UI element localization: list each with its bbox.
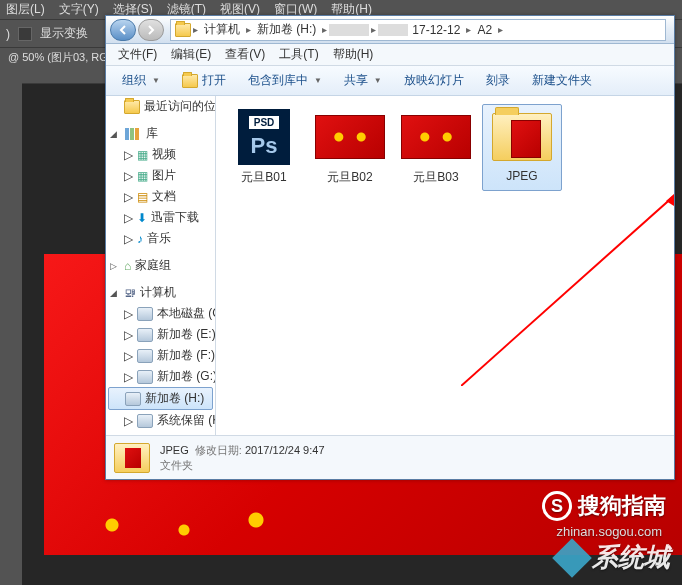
tree-drive-c[interactable]: ▷本地磁盘 (C:)	[106, 303, 215, 324]
breadcrumb-item[interactable]: 新加卷 (H:)	[253, 21, 320, 38]
menu-file[interactable]: 文件(F)	[112, 44, 163, 65]
breadcrumb-item[interactable]: A2	[473, 23, 496, 37]
explorer-toolbar: 组织▼ 打开 包含到库中▼ 共享▼ 放映幻灯片 刻录 新建文件夹	[106, 66, 674, 96]
file-label: JPEG	[504, 169, 539, 183]
toolbar-newfolder[interactable]: 新建文件夹	[522, 69, 602, 92]
watermark-xtc: 系统城	[558, 540, 670, 575]
tree-documents[interactable]: ▷▤文档	[106, 186, 215, 207]
explorer-titlebar[interactable]: ▸ 计算机▸ 新加卷 (H:)▸ ▸ 17-12-12▸ A2▸	[106, 16, 674, 44]
recent-icon	[124, 100, 140, 114]
arrow-right-icon	[145, 24, 157, 36]
file-item-psd[interactable]: PSDPs 元旦B01	[224, 104, 304, 191]
explorer-statusbar: JPEG 修改日期: 2017/12/24 9:47 文件夹	[106, 435, 674, 479]
ps-menu-item[interactable]: 图层(L)	[6, 1, 45, 18]
drive-icon	[137, 370, 153, 384]
tree-homegroup[interactable]: ▷⌂家庭组	[106, 255, 215, 276]
tree-drive-h[interactable]: 新加卷 (H:)	[108, 387, 213, 410]
libraries-icon	[124, 126, 142, 142]
drive-icon	[137, 414, 153, 428]
toolbar-burn[interactable]: 刻录	[476, 69, 520, 92]
toolbar-slideshow[interactable]: 放映幻灯片	[394, 69, 474, 92]
sogou-logo-icon: S	[542, 491, 572, 521]
explorer-window: ▸ 计算机▸ 新加卷 (H:)▸ ▸ 17-12-12▸ A2▸ 文件(F) 编…	[105, 15, 675, 480]
toolbar-include[interactable]: 包含到库中▼	[238, 69, 332, 92]
status-date: 2017/12/24 9:47	[245, 444, 325, 456]
breadcrumb-item[interactable]	[329, 24, 369, 36]
tree-xunlei[interactable]: ▷⬇迅雷下载	[106, 207, 215, 228]
tree-drive-f[interactable]: ▷新加卷 (F:)	[106, 345, 215, 366]
toolbar-organize[interactable]: 组织▼	[112, 69, 170, 92]
image-thumbnail	[315, 115, 385, 159]
tree-drive-g[interactable]: ▷新加卷 (G:)	[106, 366, 215, 387]
toolbar-open[interactable]: 打开	[172, 69, 236, 92]
ps-menu-item[interactable]: 文字(Y)	[59, 1, 99, 18]
menu-tools[interactable]: 工具(T)	[273, 44, 324, 65]
show-transform-label: 显示变换	[40, 25, 88, 42]
nav-forward-button[interactable]	[138, 19, 164, 41]
explorer-menubar: 文件(F) 编辑(E) 查看(V) 工具(T) 帮助(H)	[106, 44, 674, 66]
explorer-content[interactable]: PSDPs 元旦B01 元旦B02 元旦B03 JPEG	[216, 96, 674, 435]
breadcrumb-item[interactable]: 计算机	[200, 21, 244, 38]
ps-tools-panel[interactable]	[0, 68, 22, 585]
file-label: 元旦B01	[239, 169, 288, 186]
image-thumbnail	[401, 115, 471, 159]
folder-icon	[175, 23, 191, 37]
svg-rect-0	[125, 128, 129, 140]
tree-recent[interactable]: 最近访问的位置	[106, 96, 215, 117]
status-type: 文件夹	[160, 458, 325, 473]
drive-icon	[137, 307, 153, 321]
tree-pictures[interactable]: ▷▦图片	[106, 165, 215, 186]
breadcrumb-item[interactable]	[378, 24, 408, 36]
breadcrumb-item[interactable]: 17-12-12	[408, 23, 464, 37]
nav-back-button[interactable]	[110, 19, 136, 41]
open-folder-icon	[182, 74, 198, 88]
status-name: JPEG	[160, 444, 189, 456]
tree-libraries[interactable]: ◢库	[106, 123, 215, 144]
drive-icon	[125, 392, 141, 406]
drive-icon	[137, 328, 153, 342]
arrow-left-icon	[117, 24, 129, 36]
tree-drive-k[interactable]: ▷系统保留 (K:)	[106, 410, 215, 431]
menu-help[interactable]: 帮助(H)	[327, 44, 380, 65]
file-label: 元旦B02	[325, 169, 374, 186]
svg-rect-1	[130, 128, 134, 140]
file-item-image[interactable]: 元旦B02	[310, 104, 390, 191]
show-transform-checkbox[interactable]	[18, 27, 32, 41]
toolbar-share[interactable]: 共享▼	[334, 69, 392, 92]
tree-drive-e[interactable]: ▷新加卷 (E:)	[106, 324, 215, 345]
tree-computer[interactable]: ◢🖳计算机	[106, 282, 215, 303]
file-label: 元旦B03	[411, 169, 460, 186]
xtc-logo-icon	[552, 538, 592, 578]
watermark-sogou: S 搜狗指南 zhinan.sogou.com	[542, 491, 666, 521]
address-breadcrumb[interactable]: ▸ 计算机▸ 新加卷 (H:)▸ ▸ 17-12-12▸ A2▸	[170, 19, 666, 41]
tree-music[interactable]: ▷♪音乐	[106, 228, 215, 249]
explorer-sidebar[interactable]: 最近访问的位置 ◢库 ▷▦视频 ▷▦图片 ▷▤文档 ▷⬇迅雷下载 ▷♪音乐 ▷⌂…	[106, 96, 216, 435]
menu-edit[interactable]: 编辑(E)	[165, 44, 217, 65]
status-thumbnail	[114, 443, 150, 473]
file-item-folder-jpeg[interactable]: JPEG	[482, 104, 562, 191]
tree-videos[interactable]: ▷▦视频	[106, 144, 215, 165]
folder-thumbnail	[492, 113, 552, 161]
psd-thumbnail: PSDPs	[238, 109, 290, 165]
annotation-arrow	[461, 186, 674, 386]
drive-icon	[137, 349, 153, 363]
menu-view[interactable]: 查看(V)	[219, 44, 271, 65]
svg-line-3	[461, 194, 674, 386]
file-item-image[interactable]: 元旦B03	[396, 104, 476, 191]
svg-rect-2	[135, 128, 139, 140]
